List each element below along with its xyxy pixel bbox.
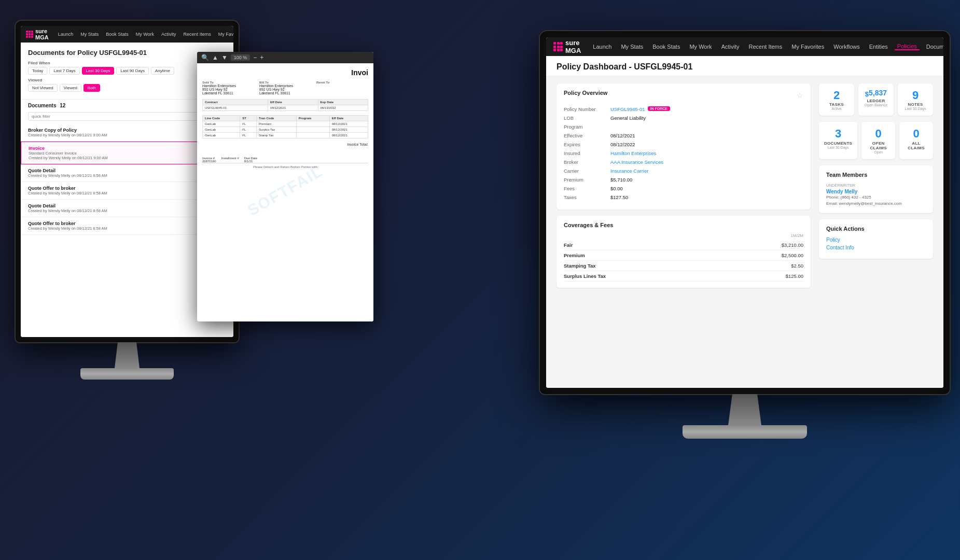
left-stand-neck xyxy=(112,342,143,368)
document-preview: 🔍 ▲ ▼ 100 % − + Invoi Sold To Hamilton E… xyxy=(197,52,373,321)
rnav-launch[interactable]: Launch xyxy=(590,44,614,50)
stat-tasks: 2 TASKS Active xyxy=(819,83,854,116)
policy-overview-card: Policy Overview ☆ Policy Number USFGL994… xyxy=(556,83,811,209)
dollar-sign-icon: $ xyxy=(865,90,869,99)
nav-bookstats[interactable]: Book Stats xyxy=(104,32,131,37)
left-nav: sure MGA Launch My Stats Book Stats My W… xyxy=(21,26,233,43)
nav-mywork[interactable]: My Work xyxy=(134,32,156,37)
invoice-total-label: Invoice Total: xyxy=(202,143,368,146)
stat-ledger-sub: Open Balance xyxy=(864,103,888,107)
filter-both[interactable]: Both xyxy=(84,84,100,92)
filter-anytime[interactable]: Anytime xyxy=(151,67,174,75)
stat-notes-value: 9 xyxy=(903,89,928,102)
rnav-mywork[interactable]: My Work xyxy=(687,44,714,50)
invoice-bottom-info: Invoice # 26870190 Installment # Due Dat… xyxy=(202,157,368,163)
value-taxes: $127.50 xyxy=(610,194,628,200)
policy-left-col: Policy Overview ☆ Policy Number USFGL994… xyxy=(556,83,811,294)
rnav-favorites[interactable]: My Favorites xyxy=(789,44,827,50)
policy-page-title: Policy Dashboard - USFGL9945-01 xyxy=(556,62,933,72)
filed-when-section: Filed When Today Last 7 Days Last 30 Day… xyxy=(28,61,226,75)
cov-val-stamping: $2.50 xyxy=(791,263,803,269)
doc-title-quote2: Quote Detail xyxy=(28,203,226,208)
right-logo: sure MGA xyxy=(553,39,581,54)
filter-last90[interactable]: Last 90 Days xyxy=(116,67,149,75)
sold-to-col: Sold To Hamilton Enterprises892 US Hwy 9… xyxy=(202,81,254,95)
label-broker: Broker xyxy=(564,159,610,165)
stat-tasks-value: 2 xyxy=(824,89,849,102)
policy-right-col: 2 TASKS Active $5,837 LEDGER Open Balanc… xyxy=(819,83,933,294)
value-broker[interactable]: AAA Insurance Services xyxy=(610,159,663,165)
in-force-badge: IN FORCE xyxy=(648,106,670,111)
cov-label-stamping: Stamping Tax xyxy=(564,263,596,269)
col-effdate: Eff Date xyxy=(268,100,318,105)
stat-all-claims-value: 0 xyxy=(905,127,928,141)
quick-filter-input[interactable] xyxy=(28,112,226,121)
filter-last7[interactable]: Last 7 Days xyxy=(49,67,79,75)
rnav-bookstats[interactable]: Book Stats xyxy=(650,44,683,50)
rnav-recent[interactable]: Recent Items xyxy=(746,44,785,50)
scroll-up-btn[interactable]: ▲ xyxy=(212,54,218,61)
zoom-out-btn[interactable]: − xyxy=(253,54,257,61)
qa-policy-link[interactable]: Policy xyxy=(826,237,926,243)
stat-all-claims-label: ALL CLAIMS xyxy=(905,141,928,150)
filter-last30[interactable]: Last 30 Days xyxy=(82,67,115,75)
zoom-in-icon[interactable]: 🔍 xyxy=(201,54,209,61)
value-policy-number[interactable]: USFGL9945-01 xyxy=(610,106,645,112)
logo-dot xyxy=(560,49,563,51)
value-insured[interactable]: Hamilton Enterprises xyxy=(610,150,656,156)
policy-page-header: Policy Dashboard - USFGL9945-01 xyxy=(546,56,943,76)
cov-stamping: Stamping Tax $2.50 xyxy=(564,261,803,271)
value-fees: $0.00 xyxy=(610,186,623,191)
zoom-in-btn[interactable]: + xyxy=(260,54,263,61)
line-row-3: GenLab FL Stamp Tax 08/12/2021 xyxy=(203,133,368,138)
logo-dot xyxy=(29,36,31,38)
policy-dashboard-page: Policy Dashboard - USFGL9945-01 Policy O… xyxy=(546,56,943,388)
field-premium: Premium $5,710.00 xyxy=(564,177,803,183)
qa-contact-link[interactable]: Contact Info xyxy=(826,245,926,250)
rnav-documents[interactable]: Documents xyxy=(924,44,943,50)
nav-recent[interactable]: Recent Items xyxy=(182,32,213,37)
left-stand-base xyxy=(80,368,174,380)
nav-mystats[interactable]: My Stats xyxy=(78,32,101,37)
rnav-mystats[interactable]: My Stats xyxy=(618,44,646,50)
label-program: Program xyxy=(564,124,610,130)
docs-page-title: Documents for Policy USFGL9945-01 xyxy=(28,49,226,57)
remit-to-label: Remit To xyxy=(316,81,368,84)
doc-sub-offer1: Created by Wendy Melly on 08/12/21 8:58 … xyxy=(28,191,226,195)
quick-actions-card: Quick Actions Policy Contact Info xyxy=(819,219,933,259)
value-carrier[interactable]: Insurance Carrier xyxy=(610,168,648,174)
logo-dot xyxy=(560,42,563,45)
nav-favorites[interactable]: My Favorites xyxy=(216,32,233,37)
cov-fair: Fair $3,210.00 xyxy=(564,240,803,250)
stat-documents: 3 DOCUMENTS Last 30 Days xyxy=(819,122,857,159)
nav-activity[interactable]: Activity xyxy=(159,32,178,37)
nav-launch[interactable]: Launch xyxy=(56,32,76,37)
right-stand-base xyxy=(683,425,807,439)
right-nav: sure MGA Launch My Stats Book Stats My W… xyxy=(546,37,943,56)
field-program: Program xyxy=(564,124,803,130)
stat-ledger-label: LEDGER xyxy=(864,99,888,103)
rnav-policies[interactable]: Policies xyxy=(895,43,920,50)
left-logo-text: sure MGA xyxy=(35,28,49,40)
stat-open-claims-value: 0 xyxy=(867,127,890,141)
rnav-workflows[interactable]: Workflows xyxy=(831,44,862,50)
filter-viewed[interactable]: Viewed xyxy=(60,84,81,92)
policy-body: Policy Overview ☆ Policy Number USFGL994… xyxy=(546,76,943,301)
overview-card-title: Policy Overview xyxy=(564,90,607,96)
invoice-addresses: Sold To Hamilton Enterprises892 US Hwy 9… xyxy=(202,81,368,95)
scroll-down-btn[interactable]: ▼ xyxy=(221,54,228,61)
stat-ledger: $5,837 LEDGER Open Balance xyxy=(858,83,894,116)
label-policy-number: Policy Number xyxy=(564,106,610,112)
member-name[interactable]: Wendy Melly xyxy=(826,189,926,194)
filter-not-viewed[interactable]: Not Viewed xyxy=(28,84,58,92)
rnav-activity[interactable]: Activity xyxy=(719,44,742,50)
filter-today[interactable]: Today xyxy=(28,67,47,75)
logo-dot xyxy=(26,36,28,38)
favorite-star-icon[interactable]: ☆ xyxy=(797,91,803,100)
logo-dot xyxy=(31,31,33,33)
due-val: 8/1/21 xyxy=(244,160,257,163)
team-card-title: Team Members xyxy=(826,172,926,178)
cov-val-premium: $2,500.00 xyxy=(782,253,803,258)
rnav-entities[interactable]: Entities xyxy=(867,44,891,50)
bill-to-col: Bill To Hamilton Enterprises892 US Hwy 9… xyxy=(259,81,311,95)
